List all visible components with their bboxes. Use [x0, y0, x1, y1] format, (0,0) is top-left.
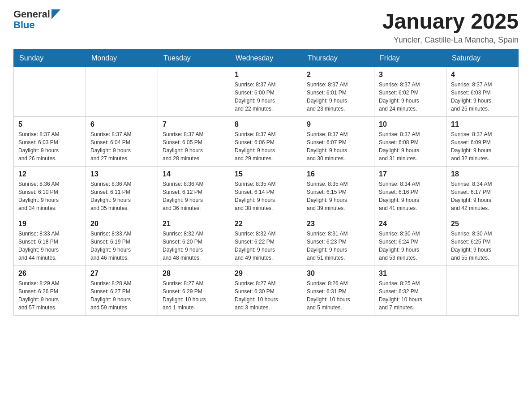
day-info: Sunrise: 8:30 AM Sunset: 6:24 PM Dayligh…: [379, 230, 442, 262]
day-info: Sunrise: 8:36 AM Sunset: 6:10 PM Dayligh…: [18, 180, 81, 212]
day-info: Sunrise: 8:33 AM Sunset: 6:18 PM Dayligh…: [18, 230, 81, 262]
day-info: Sunrise: 8:35 AM Sunset: 6:14 PM Dayligh…: [235, 180, 297, 212]
day-info: Sunrise: 8:31 AM Sunset: 6:23 PM Dayligh…: [307, 230, 369, 262]
day-info: Sunrise: 8:35 AM Sunset: 6:15 PM Dayligh…: [307, 180, 369, 212]
logo-triangle-icon: [51, 9, 60, 19]
title-section: January 2025 Yuncler, Castille-La Mancha…: [382, 9, 519, 45]
calendar-cell: 6Sunrise: 8:37 AM Sunset: 6:04 PM Daylig…: [86, 117, 158, 167]
calendar-cell: 9Sunrise: 8:37 AM Sunset: 6:07 PM Daylig…: [302, 117, 374, 167]
week-row-5: 26Sunrise: 8:29 AM Sunset: 6:26 PM Dayli…: [14, 266, 519, 316]
header-row: SundayMondayTuesdayWednesdayThursdayFrid…: [14, 50, 519, 67]
calendar-cell: 24Sunrise: 8:30 AM Sunset: 6:24 PM Dayli…: [374, 216, 446, 266]
calendar-cell: 1Sunrise: 8:37 AM Sunset: 6:00 PM Daylig…: [230, 67, 302, 117]
calendar-cell: 10Sunrise: 8:37 AM Sunset: 6:08 PM Dayli…: [374, 117, 446, 167]
day-number: 6: [90, 120, 153, 128]
day-number: 5: [18, 120, 81, 128]
day-info: Sunrise: 8:36 AM Sunset: 6:12 PM Dayligh…: [163, 180, 225, 212]
day-number: 26: [18, 270, 81, 278]
day-number: 29: [235, 270, 297, 278]
calendar-cell: 27Sunrise: 8:28 AM Sunset: 6:27 PM Dayli…: [86, 266, 158, 316]
calendar-cell: 7Sunrise: 8:37 AM Sunset: 6:05 PM Daylig…: [158, 117, 230, 167]
day-info: Sunrise: 8:33 AM Sunset: 6:19 PM Dayligh…: [90, 230, 153, 262]
calendar-cell: 31Sunrise: 8:25 AM Sunset: 6:32 PM Dayli…: [374, 266, 446, 316]
calendar-cell: 21Sunrise: 8:32 AM Sunset: 6:20 PM Dayli…: [158, 216, 230, 266]
day-info: Sunrise: 8:27 AM Sunset: 6:29 PM Dayligh…: [163, 279, 225, 312]
day-number: 2: [307, 71, 369, 79]
calendar-cell: [446, 266, 519, 316]
day-number: 3: [379, 71, 442, 79]
header-day-wednesday: Wednesday: [230, 50, 302, 67]
day-number: 23: [307, 220, 369, 228]
day-info: Sunrise: 8:34 AM Sunset: 6:16 PM Dayligh…: [379, 180, 442, 212]
calendar-title: January 2025: [382, 9, 519, 34]
day-number: 10: [379, 120, 442, 128]
day-number: 13: [90, 170, 153, 178]
calendar-cell: 17Sunrise: 8:34 AM Sunset: 6:16 PM Dayli…: [374, 167, 446, 216]
day-info: Sunrise: 8:37 AM Sunset: 6:05 PM Dayligh…: [163, 130, 225, 163]
calendar-cell: 19Sunrise: 8:33 AM Sunset: 6:18 PM Dayli…: [14, 216, 86, 266]
day-number: 12: [18, 170, 81, 178]
header-day-saturday: Saturday: [446, 50, 519, 67]
day-info: Sunrise: 8:37 AM Sunset: 6:04 PM Dayligh…: [90, 130, 153, 163]
day-number: 18: [451, 170, 514, 178]
day-number: 30: [307, 270, 369, 278]
header-day-monday: Monday: [86, 50, 158, 67]
header-day-tuesday: Tuesday: [158, 50, 230, 67]
day-number: 1: [235, 71, 297, 79]
calendar-cell: 30Sunrise: 8:26 AM Sunset: 6:31 PM Dayli…: [302, 266, 374, 316]
day-number: 11: [451, 120, 514, 128]
day-number: 15: [235, 170, 297, 178]
calendar-cell: 15Sunrise: 8:35 AM Sunset: 6:14 PM Dayli…: [230, 167, 302, 216]
week-row-1: 1Sunrise: 8:37 AM Sunset: 6:00 PM Daylig…: [14, 67, 519, 117]
calendar-table: SundayMondayTuesdayWednesdayThursdayFrid…: [13, 49, 519, 316]
day-number: 16: [307, 170, 369, 178]
day-info: Sunrise: 8:26 AM Sunset: 6:31 PM Dayligh…: [307, 279, 369, 312]
day-info: Sunrise: 8:34 AM Sunset: 6:17 PM Dayligh…: [451, 180, 514, 212]
calendar-cell: 2Sunrise: 8:37 AM Sunset: 6:01 PM Daylig…: [302, 67, 374, 117]
calendar-cell: 8Sunrise: 8:37 AM Sunset: 6:06 PM Daylig…: [230, 117, 302, 167]
svg-marker-0: [51, 9, 60, 19]
calendar-cell: [86, 67, 158, 117]
week-row-4: 19Sunrise: 8:33 AM Sunset: 6:18 PM Dayli…: [14, 216, 519, 266]
day-info: Sunrise: 8:37 AM Sunset: 6:00 PM Dayligh…: [235, 81, 297, 113]
calendar-cell: 5Sunrise: 8:37 AM Sunset: 6:03 PM Daylig…: [14, 117, 86, 167]
day-info: Sunrise: 8:37 AM Sunset: 6:07 PM Dayligh…: [307, 130, 369, 163]
calendar-cell: 14Sunrise: 8:36 AM Sunset: 6:12 PM Dayli…: [158, 167, 230, 216]
week-row-2: 5Sunrise: 8:37 AM Sunset: 6:03 PM Daylig…: [14, 117, 519, 167]
day-info: Sunrise: 8:37 AM Sunset: 6:03 PM Dayligh…: [451, 81, 514, 113]
calendar-cell: [158, 67, 230, 117]
day-number: 17: [379, 170, 442, 178]
calendar-cell: 29Sunrise: 8:27 AM Sunset: 6:30 PM Dayli…: [230, 266, 302, 316]
day-number: 19: [18, 220, 81, 228]
day-info: Sunrise: 8:32 AM Sunset: 6:20 PM Dayligh…: [163, 230, 225, 262]
day-number: 7: [163, 120, 225, 128]
day-info: Sunrise: 8:28 AM Sunset: 6:27 PM Dayligh…: [90, 279, 153, 312]
logo: General Blue: [13, 9, 60, 30]
day-number: 8: [235, 120, 297, 128]
calendar-cell: 20Sunrise: 8:33 AM Sunset: 6:19 PM Dayli…: [86, 216, 158, 266]
calendar-cell: 12Sunrise: 8:36 AM Sunset: 6:10 PM Dayli…: [14, 167, 86, 216]
day-number: 31: [379, 270, 442, 278]
day-info: Sunrise: 8:27 AM Sunset: 6:30 PM Dayligh…: [235, 279, 297, 312]
calendar-cell: 16Sunrise: 8:35 AM Sunset: 6:15 PM Dayli…: [302, 167, 374, 216]
week-row-3: 12Sunrise: 8:36 AM Sunset: 6:10 PM Dayli…: [14, 167, 519, 216]
logo-general: General: [13, 9, 50, 20]
header-day-sunday: Sunday: [14, 50, 86, 67]
calendar-cell: 4Sunrise: 8:37 AM Sunset: 6:03 PM Daylig…: [446, 67, 519, 117]
day-info: Sunrise: 8:29 AM Sunset: 6:26 PM Dayligh…: [18, 279, 81, 312]
day-number: 20: [90, 220, 153, 228]
header-day-thursday: Thursday: [302, 50, 374, 67]
day-number: 4: [451, 71, 514, 79]
calendar-cell: 13Sunrise: 8:36 AM Sunset: 6:11 PM Dayli…: [86, 167, 158, 216]
calendar-cell: 18Sunrise: 8:34 AM Sunset: 6:17 PM Dayli…: [446, 167, 519, 216]
day-number: 27: [90, 270, 153, 278]
calendar-cell: 22Sunrise: 8:32 AM Sunset: 6:22 PM Dayli…: [230, 216, 302, 266]
day-info: Sunrise: 8:32 AM Sunset: 6:22 PM Dayligh…: [235, 230, 297, 262]
day-number: 22: [235, 220, 297, 228]
logo-blue: Blue: [13, 20, 60, 30]
day-info: Sunrise: 8:25 AM Sunset: 6:32 PM Dayligh…: [379, 279, 442, 312]
calendar-cell: [14, 67, 86, 117]
calendar-cell: 11Sunrise: 8:37 AM Sunset: 6:09 PM Dayli…: [446, 117, 519, 167]
header-day-friday: Friday: [374, 50, 446, 67]
day-info: Sunrise: 8:36 AM Sunset: 6:11 PM Dayligh…: [90, 180, 153, 212]
